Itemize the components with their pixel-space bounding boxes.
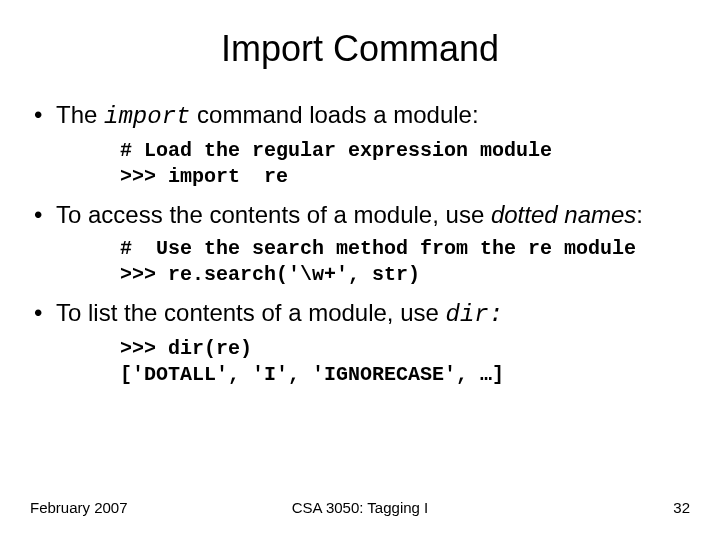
italic-text: dotted names bbox=[491, 201, 636, 228]
bullet-item: To list the contents of a module, use di… bbox=[30, 298, 690, 330]
slide-number: 32 bbox=[673, 499, 690, 516]
bullet-text: The bbox=[56, 101, 104, 128]
footer-date: February 2007 bbox=[30, 499, 128, 516]
code-block: # Load the regular expression module >>>… bbox=[120, 138, 690, 190]
bullet-text: command loads a module: bbox=[190, 101, 478, 128]
code-block: # Use the search method from the re modu… bbox=[120, 236, 690, 288]
inline-code: dir: bbox=[446, 301, 504, 328]
bullet-text: To list the contents of a module, use bbox=[56, 299, 446, 326]
code-block: >>> dir(re) ['DOTALL', 'I', 'IGNORECASE'… bbox=[120, 336, 690, 388]
bullet-item: To access the contents of a module, use … bbox=[30, 200, 690, 230]
bullet-item: The import command loads a module: bbox=[30, 100, 690, 132]
bullet-list: To list the contents of a module, use di… bbox=[30, 298, 690, 330]
footer: February 2007 CSA 3050: Tagging I 32 bbox=[30, 499, 690, 516]
inline-code: import bbox=[104, 103, 190, 130]
bullet-list: To access the contents of a module, use … bbox=[30, 200, 690, 230]
bullet-list: The import command loads a module: bbox=[30, 100, 690, 132]
bullet-text: : bbox=[636, 201, 643, 228]
footer-course: CSA 3050: Tagging I bbox=[30, 499, 690, 516]
slide-title: Import Command bbox=[30, 28, 690, 70]
bullet-text: To access the contents of a module, use bbox=[56, 201, 491, 228]
